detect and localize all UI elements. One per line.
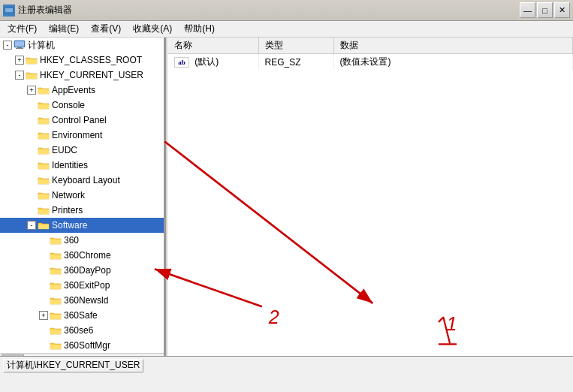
folder-icon	[38, 100, 50, 110]
tree-label-printers: Printers	[52, 205, 83, 216]
expand-computer[interactable]: -	[3, 41, 12, 50]
main-content: - 计算机 + HKEY_CLASSES_ROOT -	[0, 38, 573, 356]
tree-label-360: 360	[64, 235, 79, 246]
tree-label-hkey-classes-root: HKEY_CLASSES_ROOT	[40, 55, 142, 65]
tree-item-360daypop[interactable]: 360DayPop	[0, 263, 164, 278]
table-row[interactable]: ab (默认) REG_SZ (数值未设置)	[168, 54, 573, 71]
tree-item-environment[interactable]: Environment	[0, 128, 164, 143]
folder-icon	[38, 160, 50, 170]
cell-type: REG_SZ	[258, 54, 333, 71]
menu-view[interactable]: 查看(V)	[85, 21, 127, 37]
tree-item-eudc[interactable]: EUDC	[0, 143, 164, 158]
svg-rect-6	[15, 41, 24, 47]
tree-label-360se6: 360se6	[64, 325, 93, 336]
cell-name-text: (默认)	[195, 56, 219, 67]
window-controls: — □ ✕	[520, 2, 570, 18]
folder-icon-open	[38, 220, 50, 231]
tree-item-console[interactable]: Console	[0, 98, 164, 113]
close-button[interactable]: ✕	[554, 2, 570, 18]
registry-table: 名称 类型 数据 ab (默认) REG_SZ (数值未设置)	[168, 38, 573, 70]
tree-label-control-panel: Control Panel	[52, 115, 107, 125]
folder-icon	[38, 190, 50, 201]
minimize-button[interactable]: —	[520, 2, 535, 18]
menu-edit[interactable]: 编辑(E)	[43, 21, 85, 37]
menu-favorites[interactable]: 收藏夹(A)	[127, 21, 178, 37]
svg-rect-4	[5, 14, 13, 14]
tree-item-software[interactable]: - Software	[0, 218, 164, 233]
tree-item-control-panel[interactable]: Control Panel	[0, 113, 164, 128]
tree-hscrollbar[interactable]	[0, 353, 164, 356]
tree-item-360se6[interactable]: 360se6	[0, 323, 164, 338]
menu-bar: 文件(F) 编辑(E) 查看(V) 收藏夹(A) 帮助(H)	[0, 21, 573, 38]
folder-icon	[50, 295, 62, 306]
tree-item-360[interactable]: 360	[0, 233, 164, 248]
tree-label-360daypop: 360DayPop	[64, 265, 111, 276]
tree-label-eudc: EUDC	[52, 145, 77, 155]
status-path: 计算机\HKEY_CURRENT_USER	[3, 359, 143, 372]
col-header-name: 名称	[168, 38, 258, 54]
tree-item-printers[interactable]: Printers	[0, 203, 164, 218]
svg-rect-8	[16, 48, 23, 49]
tree-item-360exitpop[interactable]: 360ExitPop	[0, 278, 164, 293]
registry-values-panel: 名称 类型 数据 ab (默认) REG_SZ (数值未设置)	[168, 38, 573, 356]
folder-icon	[50, 280, 62, 291]
tree-label-computer: 计算机	[28, 39, 55, 52]
tree-label-environment: Environment	[52, 130, 102, 140]
folder-icon	[38, 205, 50, 216]
ab-icon: ab	[174, 57, 189, 68]
tree-item-360safe[interactable]: + 360Safe	[0, 308, 164, 323]
computer-icon	[14, 40, 26, 50]
status-bar: 计算机\HKEY_CURRENT_USER	[0, 356, 573, 374]
tree-item-computer[interactable]: - 计算机	[0, 38, 164, 53]
folder-icon-open	[26, 70, 38, 80]
tree-item-appevents[interactable]: + AppEvents	[0, 83, 164, 98]
folder-icon	[38, 115, 50, 125]
expand-current-user[interactable]: -	[15, 71, 24, 80]
tree-label-software: Software	[52, 220, 87, 231]
svg-rect-3	[11, 12, 12, 14]
tree-item-identities[interactable]: Identities	[0, 158, 164, 173]
tree-label-keyboard-layout: Keyboard Layout	[52, 175, 120, 185]
col-header-data: 数据	[333, 38, 573, 54]
tree-item-360softmgr[interactable]: 360SoftMgr	[0, 338, 164, 353]
svg-rect-1	[5, 8, 13, 12]
expand-classes-root[interactable]: +	[15, 56, 24, 65]
folder-icon	[26, 55, 38, 65]
tree-label-360chrome: 360Chrome	[64, 250, 111, 261]
expand-360safe[interactable]: +	[39, 311, 48, 320]
tree-label-identities: Identities	[52, 160, 88, 170]
folder-icon	[38, 85, 50, 95]
app-icon	[3, 5, 15, 17]
tree-item-360newsld[interactable]: 360Newsld	[0, 293, 164, 308]
tree-label-360softmgr: 360SoftMgr	[64, 340, 110, 351]
tree-item-hkey-classes-root[interactable]: + HKEY_CLASSES_ROOT	[0, 53, 164, 68]
col-header-type: 类型	[258, 38, 333, 54]
cell-name[interactable]: ab (默认)	[168, 54, 258, 71]
folder-icon	[50, 250, 62, 261]
folder-icon	[50, 265, 62, 276]
tree-item-360chrome[interactable]: 360Chrome	[0, 248, 164, 263]
tree-label-360exitpop: 360ExitPop	[64, 280, 110, 291]
window-title: 注册表编辑器	[18, 4, 520, 17]
expand-appevents[interactable]: +	[27, 86, 36, 95]
svg-rect-2	[6, 12, 8, 14]
tree-label-appevents: AppEvents	[52, 85, 95, 95]
status-text: 计算机\HKEY_CURRENT_USER	[7, 359, 140, 372]
maximize-button[interactable]: □	[537, 2, 553, 18]
tree-label-network: Network	[52, 190, 85, 201]
expand-software[interactable]: -	[27, 221, 36, 230]
folder-icon	[50, 325, 62, 336]
tree-item-hkey-current-user[interactable]: - HKEY_CURRENT_USER	[0, 68, 164, 83]
menu-help[interactable]: 帮助(H)	[178, 21, 221, 37]
folder-icon	[38, 145, 50, 155]
tree-item-network[interactable]: Network	[0, 188, 164, 203]
folder-icon	[38, 130, 50, 140]
svg-rect-7	[17, 47, 22, 48]
registry-tree[interactable]: - 计算机 + HKEY_CLASSES_ROOT -	[0, 38, 165, 356]
folder-icon	[50, 310, 62, 321]
folder-icon	[50, 340, 62, 351]
menu-file[interactable]: 文件(F)	[2, 21, 43, 37]
cell-data: (数值未设置)	[333, 54, 573, 71]
tree-item-keyboard-layout[interactable]: Keyboard Layout	[0, 173, 164, 188]
folder-icon	[50, 235, 62, 246]
